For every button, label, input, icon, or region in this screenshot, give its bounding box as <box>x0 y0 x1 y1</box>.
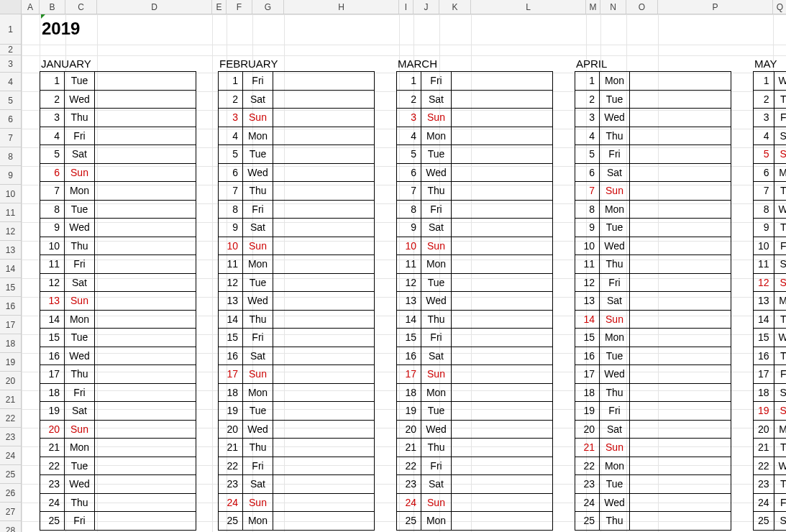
day-note[interactable] <box>630 475 731 494</box>
calendar-row[interactable]: 24Wed <box>575 493 731 512</box>
day-number[interactable]: 22 <box>40 457 65 475</box>
day-of-week[interactable]: Tue <box>421 273 452 292</box>
day-of-week[interactable]: T <box>774 182 786 201</box>
day-note[interactable] <box>95 347 196 365</box>
day-number[interactable]: 17 <box>40 365 65 384</box>
day-number[interactable]: 19 <box>40 402 65 421</box>
day-note[interactable] <box>630 493 731 512</box>
day-number[interactable]: 11 <box>754 255 774 274</box>
day-of-week[interactable]: Mon <box>65 310 95 329</box>
day-of-week[interactable]: M <box>774 292 786 311</box>
day-number[interactable]: 2 <box>575 90 600 109</box>
day-note[interactable] <box>95 109 196 127</box>
calendar-row[interactable]: 19Sat <box>40 402 196 421</box>
calendar-row[interactable]: 22Tue <box>40 457 196 475</box>
day-of-week[interactable]: Sun <box>243 365 273 384</box>
calendar-row[interactable]: 23Sat <box>397 475 553 494</box>
row-header-18[interactable]: 18 <box>0 334 21 353</box>
calendar-row[interactable]: 17Wed <box>575 365 731 384</box>
day-number[interactable]: 10 <box>219 237 243 255</box>
day-note[interactable] <box>452 402 553 421</box>
calendar-row[interactable]: 6Sun <box>40 163 196 182</box>
row-header-16[interactable]: 16 <box>0 297 21 316</box>
day-of-week[interactable]: Fri <box>421 457 452 475</box>
day-number[interactable]: 5 <box>397 145 421 164</box>
calendar-row[interactable]: 2Sat <box>397 90 553 109</box>
day-of-week[interactable]: Fri <box>243 200 273 219</box>
day-note[interactable] <box>452 273 553 292</box>
day-of-week[interactable]: T <box>774 90 786 109</box>
calendar-row[interactable]: 3F <box>754 109 787 127</box>
calendar-row[interactable]: 12Tue <box>397 273 553 292</box>
day-number[interactable]: 16 <box>219 347 243 365</box>
day-of-week[interactable]: Mon <box>421 383 452 402</box>
day-number[interactable]: 9 <box>575 219 600 237</box>
day-note[interactable] <box>95 72 196 91</box>
day-number[interactable]: 7 <box>40 182 65 201</box>
calendar-row[interactable]: 4Mon <box>219 127 375 145</box>
day-of-week[interactable]: Mon <box>243 127 273 145</box>
day-number[interactable]: 20 <box>397 420 421 439</box>
calendar-row[interactable]: 13M <box>754 292 787 311</box>
day-of-week[interactable]: Thu <box>65 109 95 127</box>
day-of-week[interactable]: Wed <box>65 219 95 237</box>
day-number[interactable]: 22 <box>219 457 243 475</box>
day-note[interactable] <box>630 163 731 182</box>
calendar-row[interactable]: 16Sat <box>397 347 553 365</box>
row-header-23[interactable]: 23 <box>0 428 21 446</box>
day-note[interactable] <box>630 127 731 145</box>
row-header-4[interactable]: 4 <box>0 73 21 91</box>
column-header-D[interactable]: D <box>97 0 212 14</box>
day-number[interactable]: 4 <box>40 127 65 145</box>
calendar-row[interactable]: 18Fri <box>40 383 196 402</box>
day-note[interactable] <box>95 475 196 494</box>
day-of-week[interactable]: Sat <box>600 292 630 311</box>
day-number[interactable]: 9 <box>754 219 774 237</box>
day-of-week[interactable]: Tue <box>243 273 273 292</box>
day-note[interactable] <box>273 292 375 311</box>
day-number[interactable]: 6 <box>754 163 774 182</box>
calendar-row[interactable]: 11S <box>754 255 787 274</box>
day-of-week[interactable]: M <box>774 163 786 182</box>
calendar-row[interactable]: 25Mon <box>219 512 375 531</box>
day-of-week[interactable]: Sat <box>243 90 273 109</box>
day-of-week[interactable]: Sat <box>65 145 95 164</box>
day-number[interactable]: 23 <box>754 475 774 494</box>
day-note[interactable] <box>95 292 196 311</box>
calendar-row[interactable]: 14Mon <box>40 310 196 329</box>
calendar-row[interactable]: 3Thu <box>40 109 196 127</box>
day-of-week[interactable]: Fri <box>243 329 273 347</box>
calendar-row[interactable]: 10F <box>754 237 787 255</box>
day-number[interactable]: 15 <box>754 329 774 347</box>
day-number[interactable]: 7 <box>219 182 243 201</box>
calendar-row[interactable]: 1Mon <box>575 72 731 91</box>
day-number[interactable]: 5 <box>219 145 243 164</box>
day-note[interactable] <box>273 72 375 91</box>
day-note[interactable] <box>630 72 731 91</box>
calendar-row[interactable]: 15Tue <box>40 329 196 347</box>
day-of-week[interactable]: Mon <box>600 200 630 219</box>
day-of-week[interactable]: Mon <box>421 512 452 531</box>
day-number[interactable]: 21 <box>40 439 65 457</box>
day-number[interactable]: 13 <box>754 292 774 311</box>
column-header-C[interactable]: C <box>65 0 97 14</box>
day-number[interactable]: 6 <box>397 163 421 182</box>
day-number[interactable]: 6 <box>575 163 600 182</box>
calendar-row[interactable]: 9Sat <box>219 219 375 237</box>
calendar-row[interactable]: 11Mon <box>219 255 375 274</box>
day-note[interactable] <box>95 273 196 292</box>
day-note[interactable] <box>630 439 731 457</box>
day-note[interactable] <box>95 219 196 237</box>
day-note[interactable] <box>452 383 553 402</box>
day-number[interactable]: 7 <box>397 182 421 201</box>
day-number[interactable]: 14 <box>754 310 774 329</box>
day-note[interactable] <box>273 237 375 255</box>
day-note[interactable] <box>273 273 375 292</box>
calendar-row[interactable]: 24F <box>754 493 787 512</box>
calendar-row[interactable]: 13Sun <box>40 292 196 311</box>
day-number[interactable]: 25 <box>219 512 243 531</box>
calendar-row[interactable]: 23Tue <box>575 475 731 494</box>
day-note[interactable] <box>630 365 731 384</box>
day-of-week[interactable]: Fri <box>421 72 452 91</box>
calendar-row[interactable]: 15Fri <box>219 329 375 347</box>
